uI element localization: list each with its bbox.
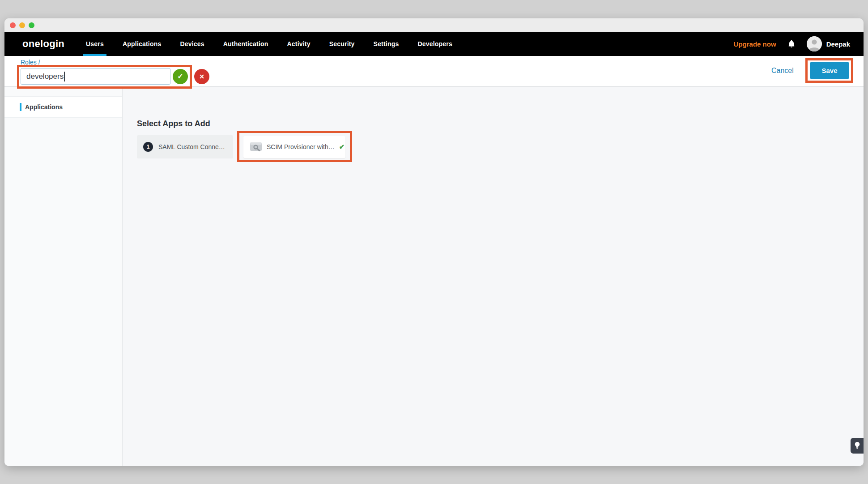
sidebar-item-label: Applications	[25, 103, 63, 111]
user-menu[interactable]: Deepak	[807, 36, 850, 51]
upgrade-now-link[interactable]: Upgrade now	[734, 40, 776, 48]
main-content: Select Apps to Add 1 SAML Custom Conne…	[123, 87, 864, 466]
scim-provisioner-app-icon	[250, 142, 262, 152]
zoom-window-button[interactable]	[29, 22, 34, 28]
check-icon: ✓	[177, 73, 183, 80]
minimize-window-button[interactable]	[19, 22, 25, 28]
active-item-accent-bar	[20, 103, 21, 111]
cancel-button[interactable]: Cancel	[771, 67, 794, 75]
nav-item-security[interactable]: Security	[329, 32, 355, 56]
nav-item-label: Authentication	[223, 40, 268, 47]
breadcrumb-roles-link[interactable]: Roles /	[21, 59, 40, 66]
app-card-label: SCIM Provisioner with…	[267, 143, 335, 150]
nav-item-users[interactable]: Users	[86, 32, 104, 56]
section-heading: Select Apps to Add	[137, 119, 864, 128]
nav-item-authentication[interactable]: Authentication	[223, 32, 268, 56]
text-cursor	[64, 72, 65, 81]
window-titlebar	[4, 18, 864, 32]
nav-item-label: Activity	[287, 40, 311, 47]
role-name-input[interactable]: developers	[21, 68, 170, 85]
browser-window: onelogin Users Applications Devices Auth…	[4, 18, 864, 466]
nav-item-label: Security	[329, 40, 355, 47]
top-navbar: onelogin Users Applications Devices Auth…	[4, 32, 864, 56]
sidebar-item-applications[interactable]: Applications	[4, 96, 122, 118]
nav-item-settings[interactable]: Settings	[374, 32, 399, 56]
nav-item-activity[interactable]: Activity	[287, 32, 311, 56]
app-card-list: 1 SAML Custom Conne… SCIM Prov	[137, 135, 864, 158]
app-card-scim-provisioner[interactable]: SCIM Provisioner with… ✔	[243, 136, 345, 158]
role-name-value: developers	[26, 72, 64, 81]
app-card-saml-custom-connector[interactable]: 1 SAML Custom Conne…	[137, 135, 233, 158]
app-card-label: SAML Custom Conne…	[158, 143, 225, 150]
close-window-button[interactable]	[10, 22, 16, 28]
x-icon: ✕	[199, 73, 204, 80]
lightbulb-icon	[855, 442, 860, 450]
help-lightbulb-tab[interactable]	[851, 438, 864, 454]
confirm-rename-button[interactable]: ✓	[173, 69, 188, 84]
notifications-bell-icon[interactable]	[787, 39, 796, 48]
nav-item-devices[interactable]: Devices	[180, 32, 204, 56]
nav-item-label: Users	[86, 40, 104, 47]
cancel-rename-button[interactable]: ✕	[194, 69, 209, 84]
onelogin-logo[interactable]: onelogin	[22, 38, 64, 50]
nav-item-label: Developers	[417, 40, 452, 47]
primary-nav: Users Applications Devices Authenticatio…	[86, 32, 452, 56]
nav-item-label: Settings	[374, 40, 399, 47]
nav-item-applications[interactable]: Applications	[123, 32, 161, 56]
page-body: Applications Select Apps to Add 1 SAML C…	[4, 87, 864, 466]
user-name: Deepak	[826, 40, 850, 48]
nav-item-label: Devices	[180, 40, 204, 47]
sidebar: Applications	[4, 87, 123, 466]
page-header: Roles / developers ✓ ✕ Cancel Save	[4, 56, 864, 87]
nav-item-label: Applications	[123, 40, 161, 47]
selected-check-icon: ✔	[339, 143, 345, 151]
navbar-right-section: Upgrade now Deepak	[734, 36, 850, 51]
user-avatar	[807, 36, 822, 51]
nav-item-developers[interactable]: Developers	[417, 32, 452, 56]
save-button[interactable]: Save	[810, 62, 849, 79]
app-rank-badge: 1	[143, 142, 153, 152]
desktop-background: onelogin Users Applications Devices Auth…	[0, 0, 868, 484]
